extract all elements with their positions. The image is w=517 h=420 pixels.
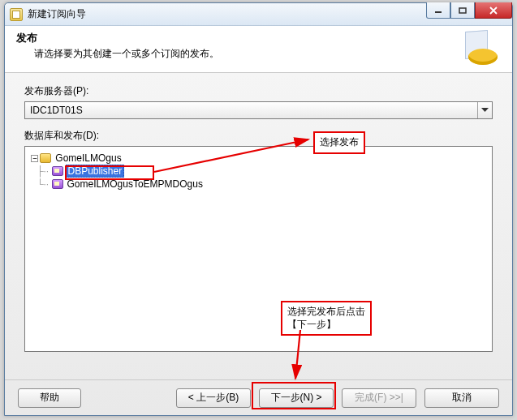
wizard-window: 新建订阅向导 发布 请选择要为其创建一个或多个订阅的发布。 发布服务器(P): … xyxy=(4,2,513,416)
database-tree[interactable]: − GomeILMOgus ├·· DBPublisher └·· GomeIL… xyxy=(24,146,493,352)
expander-icon[interactable]: − xyxy=(31,155,38,162)
wizard-footer: 帮助 < 上一步(B) 下一步(N) > 完成(F) >>| 取消 xyxy=(5,379,512,415)
publication-node-icon xyxy=(52,179,63,189)
next-button[interactable]: 下一步(N) > xyxy=(259,388,334,408)
tree-item-row[interactable]: └·· GomeILMOgusToEMPMDOgus xyxy=(28,178,489,191)
tree-item-row[interactable]: ├·· DBPublisher xyxy=(28,165,489,178)
help-button[interactable]: 帮助 xyxy=(18,388,81,408)
publisher-value: IDC1DT01S xyxy=(30,105,83,116)
minimize-icon xyxy=(434,7,442,14)
tree-root-label: GomeILMOgus xyxy=(54,152,123,164)
publisher-combo[interactable]: IDC1DT01S xyxy=(24,101,493,119)
annotation-callout-1: 选择发布 xyxy=(313,131,365,154)
titlebar[interactable]: 新建订阅向导 xyxy=(5,3,512,26)
publication-icon xyxy=(465,31,501,66)
wizard-body: 发布服务器(P): IDC1DT01S 数据库和发布(D): − GomeILM… xyxy=(5,73,512,415)
back-button[interactable]: < 上一步(B) xyxy=(176,388,251,408)
maximize-icon xyxy=(459,7,467,14)
header-title: 发布 xyxy=(16,31,501,45)
database-icon xyxy=(40,153,51,163)
annotation-callout-2: 选择完发布后点击 【下一步】 xyxy=(281,301,372,336)
close-button[interactable] xyxy=(475,2,512,19)
tree-root-row[interactable]: − GomeILMOgus xyxy=(28,152,489,165)
publisher-label: 发布服务器(P): xyxy=(24,84,493,98)
svg-rect-1 xyxy=(459,8,466,13)
maximize-button[interactable] xyxy=(450,2,475,19)
cancel-button[interactable]: 取消 xyxy=(424,388,499,408)
svg-rect-0 xyxy=(435,11,442,13)
tree-item-label: DBPublisher xyxy=(66,165,125,178)
wizard-header: 发布 请选择要为其创建一个或多个订阅的发布。 xyxy=(5,26,512,73)
tree-label: 数据库和发布(D): xyxy=(24,129,493,143)
window-title: 新建订阅向导 xyxy=(28,7,86,21)
tree-item-label: GomeILMOgusToEMPMDOgus xyxy=(66,178,205,190)
close-icon xyxy=(489,6,498,15)
header-subtitle: 请选择要为其创建一个或多个订阅的发布。 xyxy=(34,47,501,61)
app-icon xyxy=(10,8,23,21)
finish-button: 完成(F) >>| xyxy=(342,388,416,408)
chevron-down-icon xyxy=(477,102,492,118)
window-controls xyxy=(426,2,512,19)
publication-node-icon xyxy=(52,166,63,176)
minimize-button[interactable] xyxy=(426,2,450,19)
